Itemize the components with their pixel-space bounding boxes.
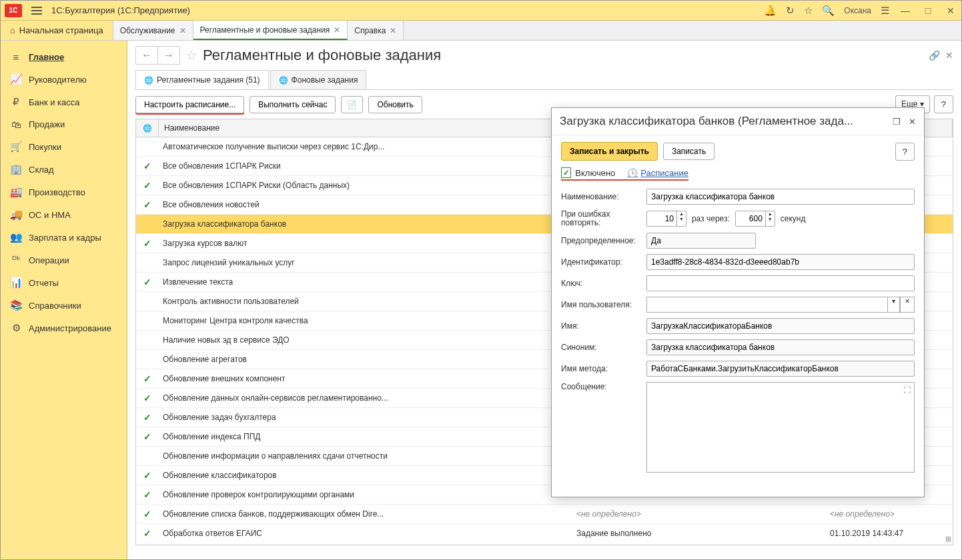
sidebar-item-icon: ⚙ xyxy=(10,322,22,334)
sidebar-item-label: Склад xyxy=(29,165,54,175)
label-intname: Имя: xyxy=(561,321,641,331)
refresh-button[interactable]: Обновить xyxy=(368,96,422,113)
menu-icon[interactable] xyxy=(29,7,45,15)
favorite-star-icon[interactable]: ☆ xyxy=(185,47,197,63)
cell-name: Обновление агрегатов xyxy=(159,355,572,364)
combo-clear-icon[interactable]: ✕ xyxy=(900,297,915,313)
column-status-icon[interactable]: 🌐 xyxy=(136,119,159,137)
nav-forward-button[interactable]: → xyxy=(157,47,179,64)
tab-home[interactable]: ⌂ Начальная страница xyxy=(1,21,113,40)
sidebar-item[interactable]: ₽Банк и касса xyxy=(1,91,127,113)
filter-icon[interactable]: ☰ xyxy=(881,5,889,17)
sidebar-item[interactable]: 📈Руководителю xyxy=(1,68,127,91)
input-message[interactable] xyxy=(646,382,915,473)
check-icon: ✓ xyxy=(136,393,159,403)
user-name[interactable]: Оксана xyxy=(844,6,871,15)
cell-name: Автоматическое получение выписки через с… xyxy=(159,142,572,151)
document-tab[interactable]: Регламентные и фоновые задания✕ xyxy=(193,21,348,40)
check-icon: ✓ xyxy=(136,180,159,191)
cell-name: Загрузка классификатора банков xyxy=(159,219,572,229)
nav-back-button[interactable]: ← xyxy=(136,47,157,64)
spinner-up-icon[interactable]: ▲ xyxy=(766,211,775,217)
minimize-button[interactable]: — xyxy=(899,5,912,16)
label-id: Идентификатор: xyxy=(561,257,641,267)
history-icon[interactable]: ↻ xyxy=(786,5,795,17)
maximize-button[interactable]: □ xyxy=(921,5,935,16)
help-button[interactable]: ? xyxy=(934,95,953,113)
check-icon: ✓ xyxy=(136,489,159,500)
sidebar-item-icon: 🛍 xyxy=(10,119,22,130)
spinner-up-icon[interactable]: ▲ xyxy=(677,211,686,217)
tab-close-icon[interactable]: ✕ xyxy=(390,26,396,35)
sidebar-item[interactable]: 📊Отчеты xyxy=(1,271,127,294)
tabbar: ⌂ Начальная страница Обслуживание✕Реглам… xyxy=(1,21,961,41)
search-icon[interactable]: 🔍 xyxy=(822,5,835,17)
sidebar-item[interactable]: 🏢Склад xyxy=(1,158,127,181)
sidebar-item[interactable]: 🚚ОС и НМА xyxy=(1,203,127,226)
save-close-button[interactable]: Записать и закрыть xyxy=(561,142,658,161)
close-button[interactable]: ✕ xyxy=(944,5,957,16)
retry-interval-spinner[interactable]: ▲▼ xyxy=(735,211,775,227)
label-message: Сообщение: xyxy=(561,382,641,391)
input-synonym xyxy=(646,339,915,355)
input-key[interactable] xyxy=(646,275,915,291)
sidebar-item[interactable]: 🏭Производство xyxy=(1,181,127,203)
schedule-button[interactable]: Настроить расписание... xyxy=(135,96,244,113)
sidebar-item[interactable]: ᴰᵏОперации xyxy=(1,249,127,271)
table-row[interactable]: ✓ Обработка ответов ЕГАИС Задание выполн… xyxy=(136,524,953,543)
label-predefined: Предопределенное: xyxy=(561,236,641,245)
bell-icon[interactable]: 🔔 xyxy=(764,5,777,17)
sidebar-item-icon: 👥 xyxy=(10,231,22,243)
view-button[interactable]: 📄 xyxy=(341,96,363,113)
combo-dropdown-icon[interactable]: ▾ xyxy=(887,297,900,313)
check-icon: ✓ xyxy=(136,528,159,539)
save-button[interactable]: Записать xyxy=(663,143,714,160)
cell-date: <не определено> xyxy=(826,509,953,519)
tab-home-label: Начальная страница xyxy=(19,25,103,35)
sidebar-item-label: Справочники xyxy=(29,301,81,311)
subtab[interactable]: 🌐Фоновые задания xyxy=(270,70,367,89)
sidebar-item[interactable]: 🛒Покупки xyxy=(1,135,127,158)
app-title: 1С:Бухгалтерия (1С:Предприятие) xyxy=(51,5,764,15)
subtab[interactable]: 🌐Регламентные задания (51) xyxy=(135,70,269,89)
sidebar-item[interactable]: 📚Справочники xyxy=(1,294,127,317)
tab-close-icon[interactable]: ✕ xyxy=(334,25,340,35)
dialog-help-button[interactable]: ? xyxy=(895,143,915,161)
input-method xyxy=(646,361,915,377)
sidebar-item-label: Зарплата и кадры xyxy=(29,233,101,243)
schedule-link[interactable]: 🕓 Расписание xyxy=(627,168,688,178)
sidebar-item-icon: 🏭 xyxy=(10,186,22,198)
sidebar-item[interactable]: ⚙Администрирование xyxy=(1,317,127,339)
retry-count-spinner[interactable]: ▲▼ xyxy=(646,211,686,227)
sidebar-item[interactable]: ≡Главное xyxy=(1,46,127,68)
column-name[interactable]: Наименование xyxy=(159,119,572,137)
input-name[interactable] xyxy=(646,189,915,205)
input-username[interactable] xyxy=(646,297,887,313)
sidebar-item[interactable]: 🛍Продажи xyxy=(1,113,127,135)
cell-name: Обновление внешних компонент xyxy=(159,374,572,383)
retry-count-input[interactable] xyxy=(647,211,676,226)
spinner-down-icon[interactable]: ▼ xyxy=(766,217,775,222)
cell-name: Контроль активности пользователей xyxy=(159,297,572,306)
dialog-close-icon[interactable]: ✕ xyxy=(909,117,916,127)
tab-close-icon[interactable]: ✕ xyxy=(179,26,186,35)
cell-name: Мониторинг Центра контроля качества xyxy=(159,316,572,325)
enabled-checkbox[interactable]: ✓ xyxy=(561,167,571,178)
dialog-restore-icon[interactable]: ❐ xyxy=(893,117,901,127)
star-icon[interactable]: ☆ xyxy=(804,5,813,17)
sidebar-item[interactable]: 👥Зарплата и кадры xyxy=(1,226,127,249)
cell-name: Обновление данных онлайн-сервисов реглам… xyxy=(159,393,572,403)
retry-interval-input[interactable] xyxy=(736,211,765,226)
close-tab-icon[interactable]: ✕ xyxy=(945,50,953,61)
tab-label: Справка xyxy=(354,26,386,35)
check-icon: ✓ xyxy=(136,277,159,287)
run-now-button[interactable]: Выполнить сейчас xyxy=(250,96,336,113)
table-row[interactable]: ✓ Обновление списка банков, поддерживающ… xyxy=(136,505,953,524)
document-tab[interactable]: Справка✕ xyxy=(348,21,404,40)
label-retry: При ошибках повторять: xyxy=(561,210,641,227)
link-icon[interactable]: 🔗 xyxy=(929,50,940,61)
label-retry-times: раз через: xyxy=(692,214,730,223)
expand-icon[interactable]: ⛶ xyxy=(903,386,911,394)
document-tab[interactable]: Обслуживание✕ xyxy=(113,21,193,40)
spinner-down-icon[interactable]: ▼ xyxy=(677,217,686,222)
